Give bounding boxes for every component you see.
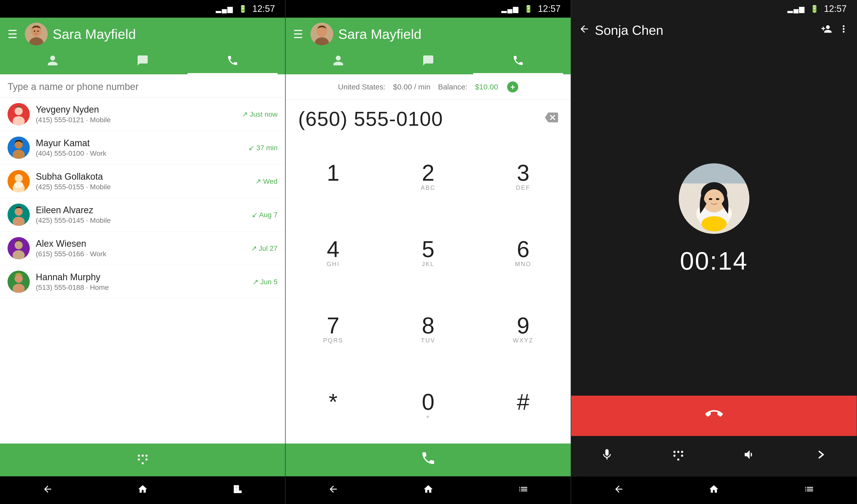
tab-contacts-1[interactable] bbox=[7, 49, 98, 74]
avatar-2 bbox=[7, 170, 30, 192]
avatar-0 bbox=[7, 103, 30, 125]
avatar-4 bbox=[7, 237, 30, 259]
tab-calls-2[interactable] bbox=[473, 49, 563, 74]
svg-point-5 bbox=[37, 31, 39, 32]
battery-icon-3: 🔋 bbox=[810, 5, 819, 13]
overflow-menu-icon[interactable] bbox=[838, 23, 849, 37]
dialpad-fab-icon-1 bbox=[136, 452, 149, 468]
key-4[interactable]: 4 GHI bbox=[286, 215, 381, 291]
svg-point-44 bbox=[702, 216, 727, 231]
call-name-0: Yevgeny Nyden bbox=[36, 104, 236, 115]
panel-call-log: ▂▄▆ 🔋 12:57 ☰ Sara Mayfield bbox=[0, 0, 286, 504]
dialpad-content: United States: $0.00 / min Balance: $10.… bbox=[286, 74, 571, 443]
svg-point-23 bbox=[15, 275, 23, 283]
call-item-3[interactable]: Eileen Alvarez (425) 555-0145 · Mobile ↙… bbox=[0, 198, 285, 232]
call-fab-bar[interactable] bbox=[286, 443, 571, 476]
active-call-name: Sonja Chen bbox=[595, 23, 816, 38]
svg-rect-25 bbox=[234, 485, 236, 488]
home-button-3[interactable] bbox=[701, 481, 727, 500]
call-meta-0: ↗ Just now bbox=[242, 110, 278, 118]
rate-per-min: $0.00 / min bbox=[393, 83, 430, 91]
menu-icon-1[interactable]: ☰ bbox=[7, 28, 17, 40]
key-hash[interactable]: # bbox=[476, 367, 571, 443]
svg-point-17 bbox=[15, 208, 23, 216]
search-input[interactable] bbox=[7, 81, 278, 92]
recents-button-3[interactable] bbox=[796, 481, 822, 500]
key-7[interactable]: 7 PQRS bbox=[286, 291, 381, 367]
svg-point-20 bbox=[15, 241, 23, 249]
svg-rect-28 bbox=[236, 488, 239, 490]
contacts-icon-2 bbox=[332, 54, 344, 69]
time-display-1: 12:57 bbox=[252, 3, 275, 14]
avatar-5 bbox=[7, 271, 30, 293]
call-item-2[interactable]: Subha Gollakota (425) 555-0155 · Mobile … bbox=[0, 165, 285, 198]
active-call-actions bbox=[821, 23, 849, 37]
avatar-1 bbox=[7, 137, 30, 159]
messages-icon-2 bbox=[422, 54, 434, 69]
tab-calls-1[interactable] bbox=[187, 49, 278, 74]
call-meta-5: ↗ Jun 5 bbox=[253, 278, 278, 286]
tab-messages-2[interactable] bbox=[383, 49, 473, 74]
call-item-5[interactable]: Hannah Murphy (513) 555-0188 · Home ↗ Ju… bbox=[0, 265, 285, 299]
add-contact-icon[interactable] bbox=[821, 23, 832, 37]
call-name-1: Mayur Kamat bbox=[36, 138, 242, 148]
call-meta-2: ↗ Wed bbox=[255, 177, 278, 185]
svg-point-7 bbox=[15, 107, 23, 115]
call-time-1: ↙ 37 min bbox=[249, 144, 278, 152]
back-button-1[interactable] bbox=[35, 481, 61, 500]
call-time-5: ↗ Jun 5 bbox=[253, 278, 278, 286]
call-fab-icon bbox=[420, 450, 436, 469]
svg-point-13 bbox=[15, 174, 23, 182]
call-detail-5: (513) 555-0188 · Home bbox=[36, 284, 247, 291]
back-button-2[interactable] bbox=[320, 481, 346, 500]
recents-button-2[interactable] bbox=[510, 481, 536, 500]
key-5[interactable]: 5 JKL bbox=[381, 215, 476, 291]
menu-icon-2[interactable]: ☰ bbox=[293, 28, 303, 40]
time-display-2: 12:57 bbox=[538, 3, 560, 14]
mute-button[interactable] bbox=[598, 446, 616, 467]
key-6[interactable]: 6 MNO bbox=[476, 215, 571, 291]
more-button[interactable] bbox=[812, 446, 830, 467]
dialpad-button[interactable] bbox=[669, 446, 687, 467]
add-balance-button[interactable]: + bbox=[507, 81, 518, 93]
call-list: Yevgeny Nyden (415) 555-0121 · Mobile ↗ … bbox=[0, 98, 285, 299]
key-star[interactable]: * bbox=[286, 367, 381, 443]
tab-messages-1[interactable] bbox=[98, 49, 187, 74]
key-8[interactable]: 8 TUV bbox=[381, 291, 476, 367]
call-time-2: ↗ Wed bbox=[255, 177, 278, 185]
key-3[interactable]: 3 DEF bbox=[476, 138, 571, 215]
call-detail-2: (425) 555-0155 · Mobile bbox=[36, 183, 249, 191]
svg-rect-27 bbox=[236, 485, 239, 488]
search-bar bbox=[0, 74, 285, 98]
backspace-button[interactable] bbox=[545, 111, 558, 127]
svg-point-41 bbox=[704, 189, 724, 211]
call-item-0[interactable]: Yevgeny Nyden (415) 555-0121 · Mobile ↗ … bbox=[0, 98, 285, 131]
nav-bar-3 bbox=[571, 476, 857, 504]
call-info-1: Mayur Kamat (404) 555-0100 · Work bbox=[36, 138, 242, 157]
key-1[interactable]: 1 bbox=[286, 138, 381, 215]
svg-point-43 bbox=[716, 198, 719, 200]
home-button-1[interactable] bbox=[130, 481, 155, 500]
call-meta-1: ↙ 37 min bbox=[249, 144, 278, 152]
speaker-button[interactable] bbox=[741, 446, 759, 467]
tab-contacts-2[interactable] bbox=[293, 49, 383, 74]
home-button-2[interactable] bbox=[415, 481, 441, 500]
key-9[interactable]: 9 WXYZ bbox=[476, 291, 571, 367]
call-item-1[interactable]: Mayur Kamat (404) 555-0100 · Work ↙ 37 m… bbox=[0, 131, 285, 165]
call-name-5: Hannah Murphy bbox=[36, 272, 247, 283]
call-controls bbox=[571, 436, 857, 476]
key-2[interactable]: 2 ABC bbox=[381, 138, 476, 215]
header-avatar-2 bbox=[310, 23, 333, 45]
back-arrow-button[interactable] bbox=[579, 23, 590, 37]
call-detail-0: (415) 555-0121 · Mobile bbox=[36, 116, 236, 124]
call-info-0: Yevgeny Nyden (415) 555-0121 · Mobile bbox=[36, 104, 236, 124]
key-0[interactable]: 0 + bbox=[381, 367, 476, 443]
nav-bar-2 bbox=[286, 476, 571, 504]
call-item-4[interactable]: Alex Wiesen (615) 555-0166 · Work ↗ Jul … bbox=[0, 232, 285, 265]
rate-label: United States: bbox=[338, 83, 385, 91]
recents-button-1[interactable] bbox=[225, 481, 251, 500]
end-call-button[interactable] bbox=[571, 396, 857, 436]
svg-point-15 bbox=[14, 182, 23, 188]
back-button-3[interactable] bbox=[606, 481, 632, 500]
fab-bar-1[interactable] bbox=[0, 443, 285, 476]
